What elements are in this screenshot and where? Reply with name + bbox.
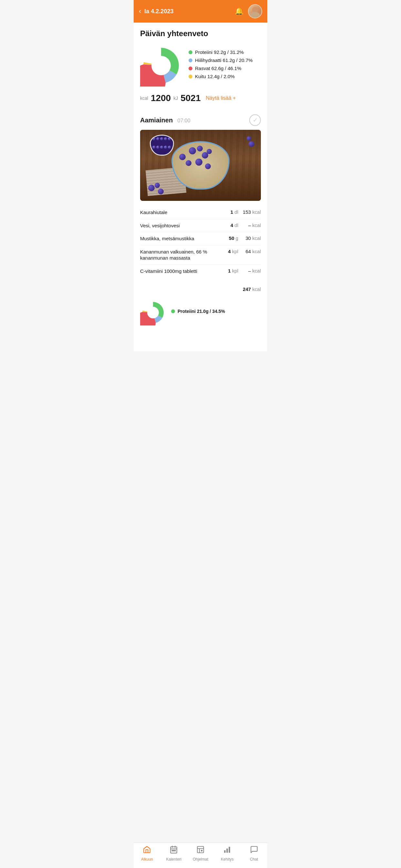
notification-icon[interactable]: 🔔 (235, 7, 243, 16)
show-more-button[interactable]: Näytä lisää + (206, 95, 236, 101)
food-amount-5: 1 kpl (219, 268, 238, 274)
kcal-label: kcal (140, 96, 148, 101)
food-kcal-1: 153 kcal (238, 209, 261, 215)
food-item-2: Vesi, vesijohtovesi 4 dl – kcal (140, 219, 261, 232)
food-name-1: Kaurahiutale (140, 209, 219, 216)
protein-dot (189, 51, 192, 54)
app-header: ‹ la 4.2.2023 🔔 (134, 0, 267, 23)
food-kcal-3: 30 kcal (238, 236, 261, 241)
header-left: ‹ la 4.2.2023 (139, 7, 174, 16)
meal-image (140, 130, 261, 201)
legend-fat: Rasvat 62.6g / 46.1% (189, 66, 261, 71)
legend: Proteiini 92.2g / 31.2% Hiilihydraatti 6… (189, 50, 261, 82)
fiber-dot (189, 74, 192, 79)
food-items-list: Kaurahiutale 1 dl 153 kcal Vesi, vesijoh… (140, 206, 261, 277)
mini-legend-protein: Proteiini 21.0g / 34.5% (171, 309, 225, 314)
pie-chart-wrapper (140, 44, 182, 87)
kj-value: 5021 (181, 93, 201, 103)
food-name-5: C-vitamiini 1000mg tabletti (140, 268, 219, 275)
check-button[interactable]: ✓ (249, 114, 261, 126)
carbs-dot (189, 58, 192, 62)
food-amount-2: 4 dl (219, 222, 238, 228)
mini-pie-chart (140, 300, 166, 326)
food-name-2: Vesi, vesijohtovesi (140, 222, 219, 229)
back-button[interactable]: ‹ (139, 7, 141, 16)
food-item-5: C-vitamiini 1000mg tabletti 1 kpl – kcal (140, 265, 261, 278)
food-item-1: Kaurahiutale 1 dl 153 kcal (140, 206, 261, 219)
avatar[interactable] (248, 4, 262, 19)
protein-label: Proteiini 92.2g / 31.2% (195, 50, 244, 55)
header-right: 🔔 (235, 4, 262, 19)
legend-fiber: Kuitu 12.4g / 2.0% (189, 73, 261, 79)
food-amount-3: 50 g (219, 236, 238, 241)
food-kcal-4: 64 kcal (238, 249, 261, 254)
meal-summary-preview: Proteiini 21.0g / 34.5% (140, 294, 261, 351)
main-content: Päivän yhteenveto (134, 23, 267, 351)
total-row: 247 kcal (140, 284, 261, 294)
fat-dot (189, 66, 192, 70)
food-amount-4: 4 kpl (219, 249, 238, 254)
meal-header: Aamiainen 07:00 ✓ (140, 114, 261, 126)
food-item-3: Mustikka, metsämustikka 50 g 30 kcal (140, 232, 261, 245)
fiber-label: Kuitu 12.4g / 2.0% (195, 73, 235, 79)
mini-legend: Proteiini 21.0g / 34.5% (171, 309, 225, 316)
mini-protein-dot (171, 309, 175, 313)
pie-chart (140, 44, 182, 87)
food-name-4: Kananmunan valkuainen, 66 %kananmunan ma… (140, 249, 219, 261)
kcal-value: 1200 (151, 93, 171, 103)
kj-label: kJ (174, 96, 178, 101)
header-date: la 4.2.2023 (144, 8, 174, 15)
total-value: 247 kcal (243, 286, 261, 292)
legend-protein: Proteiini 92.2g / 31.2% (189, 50, 261, 55)
summary-section: Proteiini 92.2g / 31.2% Hiilihydraatti 6… (140, 44, 261, 87)
food-kcal-5: – kcal (238, 268, 261, 274)
food-kcal-2: – kcal (238, 222, 261, 228)
fat-label: Rasvat 62.6g / 46.1% (195, 66, 241, 71)
calories-row: kcal 1200 kJ 5021 Näytä lisää + (140, 93, 261, 106)
meal-title-group: Aamiainen 07:00 (140, 117, 190, 124)
food-name-3: Mustikka, metsämustikka (140, 236, 219, 242)
food-item-4: Kananmunan valkuainen, 66 %kananmunan ma… (140, 245, 261, 265)
pie-center (151, 56, 171, 75)
mini-protein-label: Proteiini 21.0g / 34.5% (178, 309, 225, 314)
carbs-label: Hiilihydraatti 61.2g / 20.7% (195, 58, 252, 63)
meal-title: Aamiainen (140, 117, 173, 124)
meal-time: 07:00 (178, 118, 190, 123)
svg-point-0 (147, 307, 159, 318)
page-title: Päivän yhteenveto (140, 29, 261, 38)
main-bowl (172, 141, 229, 190)
food-amount-1: 1 dl (219, 209, 238, 215)
legend-carbs: Hiilihydraatti 61.2g / 20.7% (189, 58, 261, 63)
